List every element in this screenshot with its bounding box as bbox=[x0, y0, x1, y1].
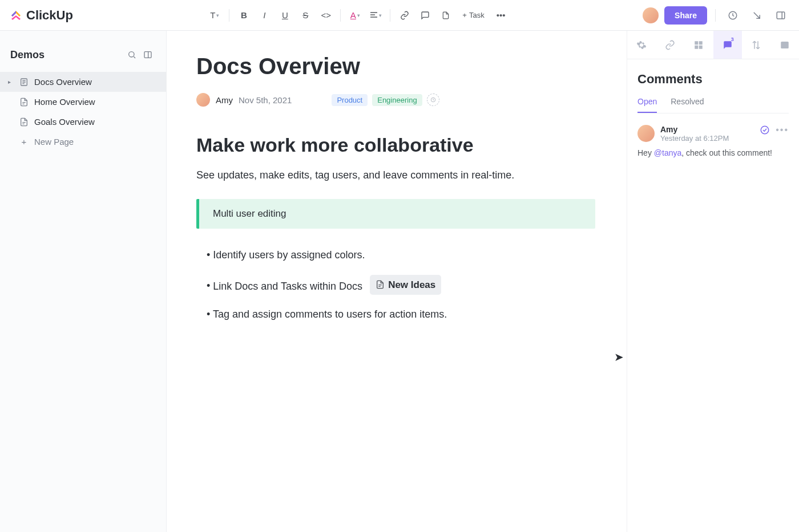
plus-icon: + bbox=[19, 137, 29, 147]
more-button[interactable]: ••• bbox=[493, 7, 510, 24]
comment-body: Hey @tanya, check out this comment! bbox=[637, 148, 789, 157]
doc-title[interactable]: Docs Overview bbox=[196, 54, 595, 79]
comment-text-pre: Hey bbox=[637, 148, 654, 157]
author-name: Amy bbox=[216, 95, 233, 105]
svg-rect-6 bbox=[695, 41, 699, 44]
doc-date: Nov 5th, 2021 bbox=[239, 95, 292, 105]
sidebar-item-label: Docs Overview bbox=[34, 77, 92, 87]
panel-body: Comments Open Resolved Amy Yesterday at … bbox=[627, 59, 799, 170]
cursor-icon: ➤ bbox=[614, 350, 624, 364]
main-area: Demos ▸ Docs Overview Home Overview Goal… bbox=[0, 31, 799, 532]
sidebar-item-docs-overview[interactable]: ▸ Docs Overview bbox=[0, 72, 166, 92]
resolve-icon[interactable] bbox=[760, 125, 770, 135]
code-button[interactable]: <> bbox=[317, 7, 334, 24]
subtab-open[interactable]: Open bbox=[637, 97, 657, 113]
download-icon[interactable] bbox=[748, 6, 766, 25]
tag-product[interactable]: Product bbox=[332, 94, 368, 106]
underline-button[interactable]: U bbox=[276, 7, 293, 24]
panel-title: Comments bbox=[637, 72, 789, 87]
sidebar-item-label: Home Overview bbox=[34, 97, 95, 107]
svg-point-11 bbox=[761, 126, 769, 134]
topbar: ClickUp T▾ B I U S <> A▾ ▾ + Task ••• Sh… bbox=[0, 0, 799, 31]
list-text: Link Docs and Tasks within Docs bbox=[213, 280, 362, 291]
more-icon[interactable]: ••• bbox=[776, 125, 789, 135]
grid-icon bbox=[693, 40, 704, 50]
sidebar-title: Demos bbox=[10, 49, 124, 61]
sidebar-item-home-overview[interactable]: Home Overview bbox=[0, 92, 166, 112]
svg-rect-8 bbox=[695, 45, 699, 48]
tab-relations[interactable] bbox=[656, 31, 684, 59]
new-page-button[interactable]: + New Page bbox=[0, 132, 166, 152]
sidebar-item-label: Goals Overview bbox=[34, 117, 95, 127]
formatting-toolbar: T▾ B I U S <> A▾ ▾ + Task ••• bbox=[78, 7, 638, 24]
separator bbox=[229, 9, 229, 22]
comment-item[interactable]: Amy Yesterday at 6:12PM ••• Hey @tanya, … bbox=[637, 125, 789, 157]
strike-button[interactable]: S bbox=[297, 7, 314, 24]
heading-2[interactable]: Make work more collaborative bbox=[196, 134, 595, 156]
caret-icon: ▸ bbox=[8, 79, 14, 85]
doc-icon bbox=[19, 117, 29, 127]
sort-icon bbox=[751, 40, 761, 50]
list-item[interactable]: Link Docs and Tasks within Docs New Idea… bbox=[216, 275, 595, 295]
sidebar-header: Demos bbox=[0, 41, 166, 72]
new-page-label: New Page bbox=[34, 137, 74, 147]
logo[interactable]: ClickUp bbox=[9, 8, 73, 23]
tab-sort[interactable] bbox=[742, 31, 770, 59]
comment-actions: ••• bbox=[760, 125, 789, 135]
tab-settings[interactable] bbox=[627, 31, 656, 59]
search-icon[interactable] bbox=[124, 47, 140, 63]
svg-rect-10 bbox=[781, 42, 789, 48]
comment-author: Amy bbox=[660, 125, 754, 134]
tags: Product Engineering bbox=[332, 94, 439, 106]
italic-button[interactable]: I bbox=[256, 7, 273, 24]
svg-rect-1 bbox=[777, 12, 785, 19]
brand-text: ClickUp bbox=[26, 8, 73, 23]
comment-header: Amy Yesterday at 6:12PM ••• bbox=[637, 125, 789, 143]
tab-templates[interactable] bbox=[684, 31, 713, 59]
comment-text-post: , check out this comment! bbox=[681, 148, 772, 157]
panel-tabs: 3 bbox=[627, 31, 799, 59]
linked-task-chip[interactable]: New Ideas bbox=[370, 275, 441, 295]
mention[interactable]: @tanya bbox=[654, 148, 681, 157]
task-label: Task bbox=[469, 11, 485, 19]
separator bbox=[340, 9, 341, 22]
sidebar: Demos ▸ Docs Overview Home Overview Goal… bbox=[0, 31, 167, 532]
add-task-button[interactable]: + Task bbox=[458, 7, 489, 24]
author-avatar[interactable] bbox=[196, 93, 210, 107]
tab-image[interactable] bbox=[770, 31, 799, 59]
tab-comments[interactable]: 3 bbox=[713, 31, 742, 59]
panel-toggle-icon[interactable] bbox=[772, 6, 790, 25]
list-item[interactable]: Identify users by assigned colors. bbox=[216, 247, 595, 263]
paragraph[interactable]: See updates, make edits, tag users, and … bbox=[196, 168, 595, 183]
svg-rect-7 bbox=[699, 41, 703, 44]
comment-button[interactable] bbox=[417, 7, 434, 24]
user-avatar[interactable] bbox=[643, 7, 659, 23]
sidebar-item-goals-overview[interactable]: Goals Overview bbox=[0, 112, 166, 132]
image-icon bbox=[780, 40, 790, 50]
text-style-button[interactable]: T▾ bbox=[206, 7, 223, 24]
separator bbox=[390, 9, 390, 22]
text-color-button[interactable]: A▾ bbox=[346, 7, 364, 24]
separator bbox=[715, 9, 716, 22]
svg-point-2 bbox=[129, 52, 134, 57]
tag-engineering[interactable]: Engineering bbox=[372, 94, 422, 106]
add-tag-button[interactable] bbox=[427, 94, 439, 106]
subtab-resolved[interactable]: Resolved bbox=[671, 97, 704, 113]
doc-meta: Amy Nov 5th, 2021 Product Engineering bbox=[196, 93, 595, 107]
history-icon[interactable] bbox=[724, 6, 742, 25]
attach-button[interactable] bbox=[437, 7, 454, 24]
align-button[interactable]: ▾ bbox=[367, 7, 384, 24]
doc-icon bbox=[19, 78, 29, 87]
list-item[interactable]: Tag and assign comments to users for act… bbox=[216, 306, 595, 323]
doc-icon bbox=[376, 280, 385, 289]
bold-button[interactable]: B bbox=[235, 7, 252, 24]
bullet-list[interactable]: Identify users by assigned colors. Link … bbox=[196, 247, 595, 323]
share-button[interactable]: Share bbox=[664, 6, 707, 25]
comment-time: Yesterday at 6:12PM bbox=[660, 134, 754, 143]
callout-block[interactable]: Multi user editing bbox=[196, 199, 595, 229]
comment-meta: Amy Yesterday at 6:12PM bbox=[660, 125, 754, 143]
document-content[interactable]: Docs Overview Amy Nov 5th, 2021 Product … bbox=[167, 31, 627, 532]
collapse-sidebar-icon[interactable] bbox=[140, 47, 156, 63]
link-button[interactable] bbox=[396, 7, 413, 24]
comment-avatar[interactable] bbox=[637, 125, 655, 142]
